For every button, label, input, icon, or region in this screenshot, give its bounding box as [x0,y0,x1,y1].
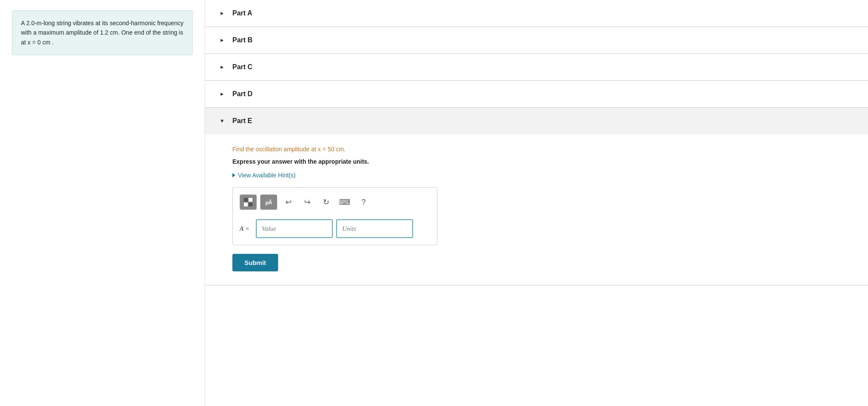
part-c-arrow: ► [219,64,226,71]
part-e-label: Part E [232,117,252,125]
redo-button[interactable]: ↪ [299,194,315,210]
hint-label: View Available Hint(s) [238,172,296,179]
template-button[interactable] [240,194,257,210]
part-e-instruction: Express your answer with the appropriate… [232,158,841,165]
undo-icon: ↩ [285,197,292,207]
help-button[interactable]: ? [356,194,371,210]
hint-arrow-icon [232,173,235,177]
submit-button[interactable]: Submit [232,254,278,271]
problem-text: A 2.0-m-long string vibrates at its seco… [21,20,184,46]
part-a-section: ► Part A [205,0,868,27]
part-b-section: ► Part B [205,27,868,54]
part-c-section: ► Part C [205,54,868,81]
part-e-content: Find the oscillation amplitude at x = 50… [205,134,868,285]
grid-cell-4 [249,203,252,206]
hint-link[interactable]: View Available Hint(s) [232,172,841,179]
value-input[interactable] [256,219,333,238]
part-e-header[interactable]: ▼ Part E [205,108,868,134]
part-e-arrow: ▼ [219,118,226,124]
problem-statement: A 2.0-m-long string vibrates at its seco… [12,10,193,55]
right-panel: ► Part A ► Part B ► Part C ► Part D ▼ Pa… [205,0,868,406]
answer-toolbar: μÅ ↩ ↪ ↻ ⌨ [240,194,430,213]
symbol-icon: μÅ [265,199,272,206]
units-input[interactable] [336,219,413,238]
redo-icon: ↪ [304,197,311,207]
part-d-section: ► Part D [205,81,868,108]
part-a-label: Part A [232,9,252,17]
part-a-header[interactable]: ► Part A [205,0,868,26]
refresh-icon: ↻ [323,197,329,207]
help-icon: ? [361,198,366,207]
input-row: A = [240,219,430,238]
left-panel: A 2.0-m-long string vibrates at its seco… [0,0,205,406]
answer-box: μÅ ↩ ↪ ↻ ⌨ [232,187,437,245]
symbol-button[interactable]: μÅ [260,194,277,210]
part-b-arrow: ► [219,37,226,44]
undo-button[interactable]: ↩ [281,194,296,210]
part-c-label: Part C [232,63,252,71]
input-label: A = [240,225,252,232]
grid-icon [244,198,252,206]
keyboard-button[interactable]: ⌨ [337,194,352,210]
refresh-button[interactable]: ↻ [318,194,334,210]
part-d-arrow: ► [219,91,226,97]
grid-cell-1 [244,198,248,202]
part-b-label: Part B [232,36,252,44]
part-d-label: Part D [232,90,252,98]
grid-cell-3 [244,203,248,206]
keyboard-icon: ⌨ [339,197,350,207]
part-c-header[interactable]: ► Part C [205,54,868,80]
part-b-header[interactable]: ► Part B [205,27,868,53]
grid-cell-2 [249,198,252,202]
part-d-header[interactable]: ► Part D [205,81,868,107]
part-e-question: Find the oscillation amplitude at x = 50… [232,144,841,154]
part-a-arrow: ► [219,10,226,17]
part-e-section: ▼ Part E Find the oscillation amplitude … [205,108,868,285]
